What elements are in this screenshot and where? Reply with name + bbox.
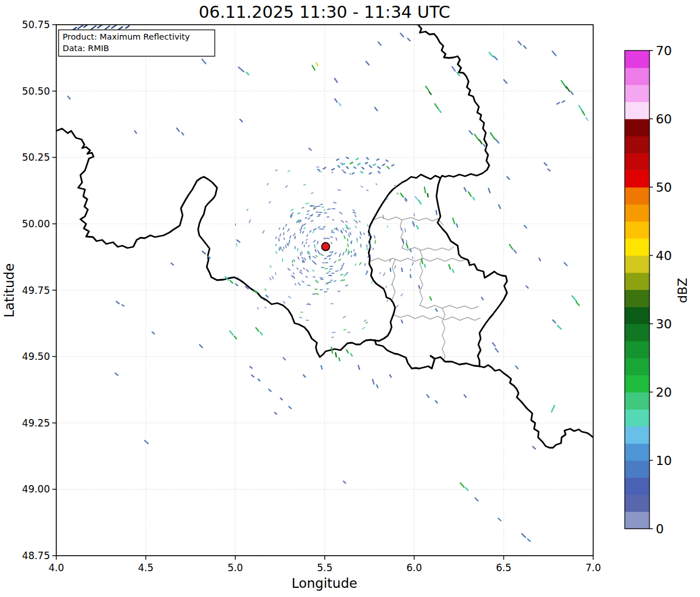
y-tick-label: 50.00	[22, 218, 50, 230]
y-tick-label: 48.75	[22, 550, 50, 561]
colorbar-tick-label: 50	[656, 180, 672, 195]
colorbar-tick-label: 10	[656, 453, 672, 468]
colorbar-tick-label: 70	[656, 44, 672, 58]
x-tick-label: 6.0	[407, 562, 422, 573]
radar-reflectivity-chart: 06.11.2025 11:30 - 11:34 UTC 4.04.55.05.…	[0, 0, 700, 597]
annotation-product-line: Product: Maximum Reflectivity	[63, 32, 190, 41]
x-tick-label: 5.5	[317, 562, 332, 573]
colorbar-tick-label: 30	[656, 317, 672, 331]
x-axis-label: Longitude	[292, 576, 357, 591]
colorbar-tick-label: 40	[656, 249, 672, 263]
radar-figure: 06.11.2025 11:30 - 11:34 UTC 4.04.55.05.…	[0, 0, 700, 597]
y-tick-label: 49.00	[22, 483, 50, 495]
x-tick-label: 4.5	[138, 562, 153, 573]
x-tick-label: 6.5	[496, 562, 512, 573]
y-tick-label: 49.75	[22, 285, 50, 296]
chart-title: 06.11.2025 11:30 - 11:34 UTC	[199, 2, 450, 22]
figure-background	[0, 0, 700, 597]
colorbar-tick-label: 20	[656, 385, 672, 400]
colorbar-units-label: dBZ	[675, 278, 690, 303]
x-tick-label: 5.0	[227, 562, 243, 573]
y-tick-label: 50.50	[22, 86, 50, 97]
radar-site-marker	[322, 243, 330, 251]
y-tick-label: 49.25	[22, 417, 50, 429]
x-tick-label: 4.0	[48, 562, 64, 573]
y-tick-label: 49.50	[22, 351, 50, 362]
colorbar-tick-label: 0	[656, 522, 664, 536]
colorbar-tick-label: 60	[656, 112, 672, 126]
colorbar-segments	[625, 51, 649, 529]
y-tick-label: 50.75	[22, 19, 50, 30]
y-tick-label: 50.25	[22, 152, 50, 163]
x-tick-label: 7.0	[585, 562, 601, 573]
annotation-data-line: Data: RMIB	[63, 44, 109, 53]
y-axis-label: Latitude	[2, 263, 17, 318]
product-annotation-box: Product: Maximum Reflectivity Data: RMIB	[59, 30, 215, 56]
